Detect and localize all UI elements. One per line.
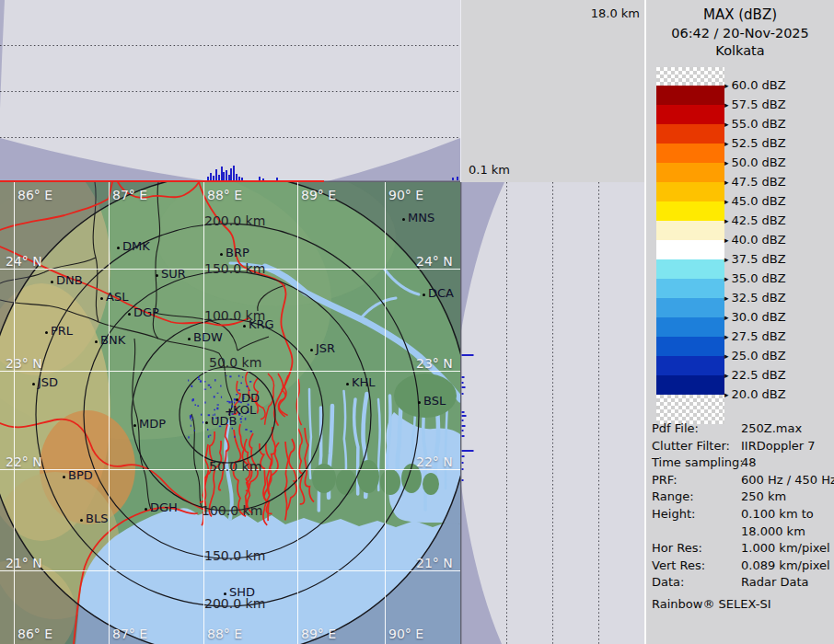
height-scale-corner: 18.0 km 0.1 km xyxy=(461,0,644,182)
level-value: 50.0 dBZ xyxy=(732,155,786,169)
info-sidebar: MAX (dBZ) 06:42 / 20-Nov-2025 Kolkata ▸6… xyxy=(644,0,834,644)
level-arrow-icon: ▸ xyxy=(724,332,729,341)
level-value: 27.5 dBZ xyxy=(732,329,786,343)
legend-band xyxy=(656,163,724,182)
level-arrow-icon: ▸ xyxy=(724,293,729,303)
level-arrow-icon: ▸ xyxy=(724,371,729,380)
level-value: 40.0 dBZ xyxy=(732,233,786,247)
level-value: 55.0 dBZ xyxy=(732,117,786,131)
level-arrow-icon: ▸ xyxy=(724,178,729,187)
radar-map-canvas[interactable]: 86° E86° E87° E87° E88° E88° E89° E89° E… xyxy=(0,182,460,644)
legend-level-label: ▸35.0 dBZ xyxy=(724,271,786,285)
metadata-value: 1.000 km/pixel xyxy=(741,540,830,558)
legend-band xyxy=(656,240,724,259)
level-value: 20.0 dBZ xyxy=(732,387,786,401)
level-arrow-icon: ▸ xyxy=(724,139,729,148)
metadata-row: Vert Res:0.089 km/pixel xyxy=(652,558,832,575)
legend-level-label: ▸22.5 dBZ xyxy=(724,368,786,382)
metadata-label: Data: xyxy=(652,574,741,592)
radar-display-window: { "header": { "product": "MAX (dBZ)", "d… xyxy=(0,0,834,644)
product-metadata: Pdf File:250Z.maxClutter Filter:IIRDoppl… xyxy=(652,420,832,614)
right-panel-canvas xyxy=(460,182,644,644)
legend-level-label: ▸42.5 dBZ xyxy=(724,213,786,227)
product-title: MAX (dBZ) xyxy=(646,6,834,25)
level-value: 37.5 dBZ xyxy=(732,252,786,266)
metadata-row: PRF:600 Hz / 450 Hz xyxy=(652,472,832,489)
level-value: 32.5 dBZ xyxy=(732,291,786,305)
legend-band xyxy=(656,86,724,105)
height-scale-max-label: 18.0 km xyxy=(591,6,640,20)
height-gridlines xyxy=(507,182,599,644)
height-scale-min-label: 0.1 km xyxy=(469,163,510,177)
legend-level-label: ▸47.5 dBZ xyxy=(724,175,786,189)
legend-level-label: ▸30.0 dBZ xyxy=(724,310,786,324)
legend-band xyxy=(656,356,724,375)
level-arrow-icon: ▸ xyxy=(724,255,729,264)
metadata-label: Pdf File: xyxy=(652,420,741,438)
metadata-row: Range:250 km xyxy=(652,489,832,506)
legend-level-label: ▸32.5 dBZ xyxy=(724,291,786,305)
legend-band xyxy=(656,375,724,395)
legend-band xyxy=(656,337,724,356)
level-arrow-icon: ▸ xyxy=(724,100,729,109)
legend-band xyxy=(656,124,724,144)
level-value: 47.5 dBZ xyxy=(732,175,786,189)
level-value: 30.0 dBZ xyxy=(732,310,786,324)
legend-level-label: ▸25.0 dBZ xyxy=(724,349,786,362)
echo-height-marks xyxy=(462,354,474,481)
level-value: 42.5 dBZ xyxy=(732,213,786,227)
metadata-row: Height:0.100 km to xyxy=(652,506,832,523)
top-panel-canvas xyxy=(0,0,460,182)
level-arrow-icon: ▸ xyxy=(724,197,729,206)
legend-level-label: ▸60.0 dBZ xyxy=(724,78,786,92)
metadata-value: Radar Data xyxy=(741,574,808,592)
map-graphics xyxy=(0,182,460,644)
software-brand: Rainbow® SELEX-SI xyxy=(652,596,832,614)
metadata-label: Hor Res: xyxy=(652,540,741,558)
level-arrow-icon: ▸ xyxy=(724,216,729,225)
coverage-wedge-right xyxy=(324,138,460,182)
legend-level-label: ▸55.0 dBZ xyxy=(724,117,786,131)
level-value: 22.5 dBZ xyxy=(732,368,786,382)
coverage-wedge-edge xyxy=(0,0,5,109)
metadata-row: 18.000 km xyxy=(652,523,832,541)
metadata-value: 0.089 km/pixel xyxy=(741,558,830,575)
legend-band xyxy=(656,182,724,201)
level-arrow-icon: ▸ xyxy=(724,390,729,399)
level-value: 45.0 dBZ xyxy=(732,194,786,208)
coverage-wedge-bottom xyxy=(460,478,502,644)
legend-band xyxy=(656,259,724,279)
legend-band xyxy=(656,221,724,240)
metadata-label: Range: xyxy=(652,489,741,506)
level-value: 52.5 dBZ xyxy=(732,136,786,150)
color-scale xyxy=(656,67,724,424)
metadata-label: Clutter Filter: xyxy=(652,438,741,455)
legend-level-label: ▸27.5 dBZ xyxy=(724,329,786,343)
legend-band xyxy=(656,105,724,124)
legend-band xyxy=(656,279,724,298)
level-arrow-icon: ▸ xyxy=(724,236,729,245)
legend-level-label: ▸50.0 dBZ xyxy=(724,155,786,169)
level-value: 57.5 dBZ xyxy=(732,98,786,111)
legend-level-label: ▸52.5 dBZ xyxy=(724,136,786,150)
metadata-row: Hor Res:1.000 km/pixel xyxy=(652,540,832,558)
metadata-label: Vert Res: xyxy=(652,558,741,575)
metadata-row: Clutter Filter:IIRDoppler 7 xyxy=(652,438,832,455)
metadata-label: Time sampling: xyxy=(652,454,741,472)
product-datetime: 06:42 / 20-Nov-2025 xyxy=(646,25,834,42)
metadata-label xyxy=(652,523,741,541)
level-value: 60.0 dBZ xyxy=(732,78,786,92)
legend-band xyxy=(656,144,724,163)
coverage-wedge-top xyxy=(460,182,504,336)
metadata-value: 48 xyxy=(741,454,757,472)
top-height-projection-panel xyxy=(0,0,461,182)
product-header: MAX (dBZ) 06:42 / 20-Nov-2025 Kolkata xyxy=(646,0,834,60)
legend-level-label: ▸20.0 dBZ xyxy=(724,387,786,401)
metadata-value: 18.000 km xyxy=(741,523,805,541)
legend-level-label: ▸45.0 dBZ xyxy=(724,194,786,208)
level-arrow-icon: ▸ xyxy=(724,274,729,283)
metadata-rows: Pdf File:250Z.maxClutter Filter:IIRDoppl… xyxy=(652,420,832,592)
height-gridlines xyxy=(0,46,460,138)
metadata-label: Height: xyxy=(652,506,741,523)
legend-band xyxy=(656,298,724,317)
